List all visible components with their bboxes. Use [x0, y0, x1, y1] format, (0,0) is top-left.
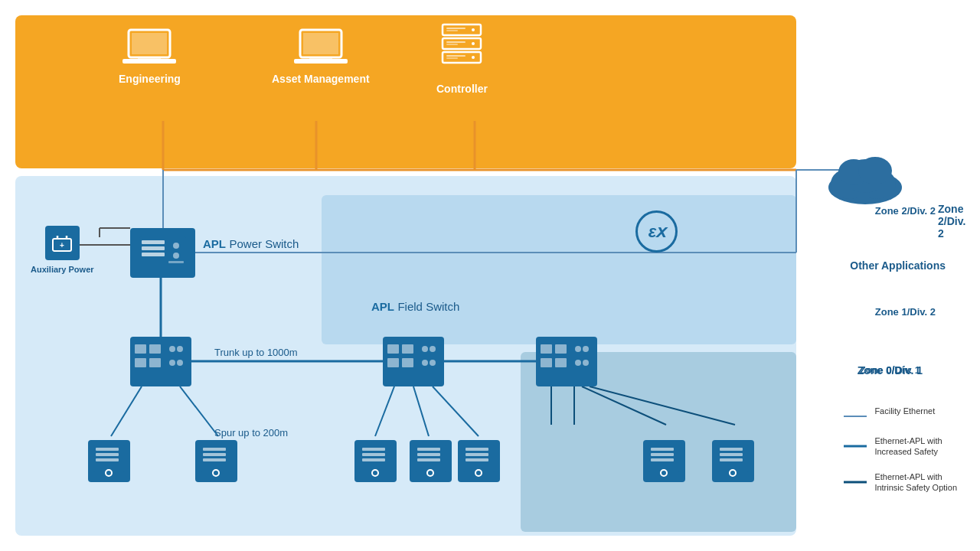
svg-rect-41 [446, 44, 458, 45]
zone-2-text: Zone 2/Div. 2 [875, 205, 936, 217]
svg-rect-98 [362, 448, 385, 451]
svg-point-35 [472, 42, 475, 45]
legend-label-facility: Facility Ethernet [874, 406, 935, 416]
svg-point-58 [173, 253, 179, 259]
svg-rect-28 [303, 33, 338, 54]
svg-rect-80 [555, 344, 567, 354]
svg-point-75 [430, 346, 436, 352]
svg-point-86 [583, 360, 589, 366]
svg-rect-40 [446, 30, 458, 31]
svg-rect-100 [362, 458, 385, 461]
svg-rect-95 [203, 458, 226, 461]
svg-point-65 [169, 346, 175, 352]
svg-rect-24 [132, 33, 167, 54]
switch-mid-left [130, 337, 191, 386]
field-device-6 [643, 440, 685, 482]
asset-management-label: Asset Management [272, 73, 370, 85]
cloud-icon [823, 149, 907, 210]
auxiliary-power: + Auxiliary Power [31, 226, 94, 274]
switch-center [383, 337, 444, 386]
svg-rect-104 [417, 453, 440, 456]
other-apps-label: Other Applications [850, 259, 946, 272]
svg-rect-108 [466, 448, 488, 451]
svg-rect-115 [651, 458, 674, 461]
zone-0-text: Zone 0/Div. 1 [860, 364, 920, 376]
engineering-label: Engineering [119, 73, 181, 85]
svg-point-68 [177, 360, 183, 366]
svg-rect-54 [142, 240, 165, 244]
engineering-item: Engineering [119, 27, 181, 85]
svg-rect-61 [135, 344, 146, 354]
asset-management-item: Asset Management [272, 27, 370, 85]
power-switch-text: Power Switch [229, 237, 299, 250]
field-switch-text: Field Switch [397, 300, 459, 313]
svg-rect-26 [138, 57, 161, 60]
legend-label-intrinsic: Ethernet-APL withIntrinsic Safety Option [874, 471, 957, 494]
svg-rect-39 [446, 55, 466, 57]
svg-rect-110 [466, 458, 488, 461]
svg-rect-88 [96, 448, 119, 451]
legend-line-intrinsic [844, 477, 867, 487]
svg-rect-72 [387, 358, 399, 367]
svg-rect-55 [142, 246, 165, 250]
field-device-7 [712, 440, 754, 482]
apl-power-switch-label: APL Power Switch [203, 237, 299, 251]
field-device-5 [458, 440, 500, 482]
svg-point-116 [661, 470, 667, 476]
legend: Facility Ethernet Ethernet-APL withIncre… [844, 406, 957, 493]
ex-hazardous-symbol: ε𝗑 [635, 210, 678, 253]
server-icon [439, 23, 485, 77]
svg-rect-70 [387, 344, 399, 354]
svg-point-91 [106, 470, 112, 476]
svg-rect-93 [203, 448, 226, 451]
field-device-2 [195, 440, 237, 482]
aux-power-icon: + [45, 226, 80, 260]
svg-rect-59 [168, 261, 184, 263]
svg-rect-103 [417, 448, 440, 451]
apl-bold-2: APL [371, 300, 394, 313]
svg-point-83 [575, 346, 581, 352]
controller-item: Controller [436, 23, 488, 95]
svg-rect-56 [142, 253, 165, 256]
svg-point-106 [427, 470, 433, 476]
legend-line-facility [844, 411, 867, 422]
svg-rect-82 [555, 358, 567, 367]
svg-point-77 [430, 360, 436, 366]
laptop-icon-2 [294, 27, 348, 67]
legend-item-intrinsic: Ethernet-APL withIntrinsic Safety Option [844, 471, 957, 494]
field-device-1 [88, 440, 130, 482]
svg-rect-63 [135, 358, 146, 367]
svg-point-36 [472, 56, 475, 59]
svg-point-121 [730, 470, 736, 476]
svg-point-111 [475, 470, 482, 476]
svg-point-57 [173, 243, 179, 249]
zone-1-text: Zone 1/Div. 2 [875, 306, 936, 318]
svg-point-84 [583, 346, 589, 352]
trunk-label: Trunk up to 1000m [214, 347, 298, 358]
controller-label: Controller [436, 83, 488, 95]
svg-rect-118 [720, 448, 743, 451]
svg-point-74 [422, 346, 428, 352]
svg-rect-73 [402, 358, 413, 367]
svg-point-85 [575, 360, 581, 366]
svg-point-96 [213, 470, 219, 476]
svg-rect-120 [720, 458, 743, 461]
svg-rect-89 [96, 453, 119, 456]
apl-bold-1: APL [203, 237, 226, 250]
apl-power-switch-device [130, 228, 195, 278]
svg-point-101 [372, 470, 378, 476]
laptop-icon [122, 27, 176, 67]
svg-rect-105 [417, 458, 440, 461]
diagram-container: Engineering Asset Management Controller [0, 0, 980, 551]
zone-2-area [322, 195, 796, 344]
svg-point-48 [858, 157, 892, 184]
svg-rect-109 [466, 453, 488, 456]
svg-rect-64 [149, 358, 161, 367]
svg-rect-71 [402, 344, 413, 354]
svg-rect-94 [203, 453, 226, 456]
legend-label-increased: Ethernet-APL withIncreased Safety [874, 435, 942, 458]
svg-rect-90 [96, 458, 119, 461]
switch-right [536, 337, 597, 386]
svg-rect-99 [362, 453, 385, 456]
legend-line-increased [844, 441, 867, 452]
